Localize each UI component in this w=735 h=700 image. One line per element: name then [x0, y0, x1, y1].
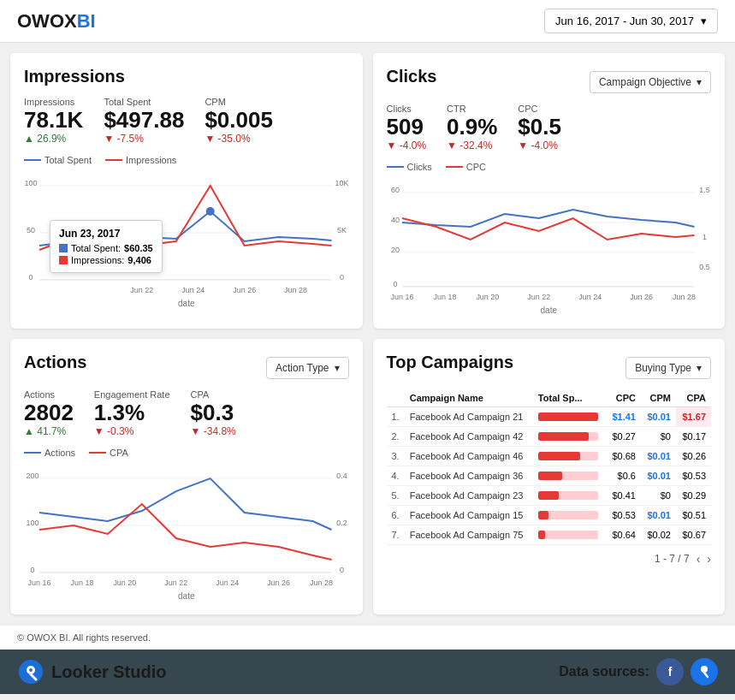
actions-metrics: Actions 2802 41.7% Engagement Rate 1.3% … — [24, 389, 349, 437]
ctr-change: -32.4% — [447, 139, 497, 151]
svg-text:Jun 26: Jun 26 — [630, 293, 653, 301]
col-name: Campaign Name — [405, 389, 533, 407]
actions-title: Actions — [24, 353, 86, 372]
clicks-header: Clicks Campaign Objective ▾ — [387, 67, 712, 97]
table-row: 6. Facebook Ad Campaign 15 $0.53 $0.01 $… — [387, 506, 712, 525]
clicks-legend: Clicks CPC — [387, 162, 712, 172]
legend-actions-line: Actions — [24, 448, 75, 458]
col-rank — [387, 389, 405, 407]
cpa-cell: $0.26 — [676, 447, 711, 466]
metric-total-spent: Total Spent $497.88 -7.5% — [104, 97, 184, 145]
clicks-metrics: Clicks 509 -4.0% CTR 0.9% -32.4% CPC $0.… — [387, 104, 712, 151]
looker-label: Looker Studio — [51, 662, 166, 682]
table-row: 7. Facebook Ad Campaign 75 $0.64 $0.02 $… — [387, 525, 712, 545]
cpa-value: $0.3 — [191, 401, 236, 424]
actions-legend: Actions CPA — [24, 448, 349, 458]
actions-header: Actions Action Type ▾ — [24, 353, 349, 383]
cpc-clicks-label: CPC — [518, 104, 561, 114]
engagement-change: -0.3% — [94, 425, 170, 437]
metric-cpm: CPM $0.005 -35.0% — [204, 97, 273, 145]
looker-logo: Looker Studio — [17, 658, 166, 685]
bar-cell — [533, 486, 606, 506]
svg-point-9 — [206, 207, 215, 216]
cpc-cell: $0.64 — [606, 525, 641, 545]
metric-impressions: Impressions 78.1K 26.9% — [24, 97, 83, 145]
svg-text:Jun 28: Jun 28 — [284, 286, 307, 294]
name-cell: Facebook Ad Campaign 46 — [405, 447, 533, 466]
cpa-cell: $0.53 — [676, 466, 711, 486]
svg-text:0: 0 — [30, 566, 34, 574]
impressions-metrics: Impressions 78.1K 26.9% Total Spent $497… — [24, 97, 349, 145]
actions-date-axis: date — [24, 591, 349, 601]
clicks-date-axis: date — [387, 306, 712, 315]
ctr-label: CTR — [447, 104, 497, 114]
date-range-selector[interactable]: Jun 16, 2017 - Jun 30, 2017 ▾ — [544, 9, 718, 33]
svg-text:100: 100 — [25, 179, 38, 187]
table-row: 2. Facebook Ad Campaign 42 $0.27 $0 $0.1… — [387, 427, 712, 447]
rank-cell: 7. — [387, 525, 405, 545]
cpa-cell: $0.17 — [676, 427, 711, 447]
cpm-cell: $0 — [641, 427, 676, 447]
cpc-cell: $0.6 — [606, 466, 641, 486]
col-cpm: CPM — [641, 389, 676, 407]
table-row: 1. Facebook Ad Campaign 21 $1.41 $0.01 $… — [387, 407, 712, 427]
cpm-cell: $0.02 — [641, 525, 676, 545]
svg-text:10K: 10K — [335, 179, 349, 187]
top-campaigns-title: Top Campaigns — [387, 353, 514, 372]
cpc-cell: $0.41 — [606, 486, 641, 506]
col-cpa: CPA — [676, 389, 711, 407]
action-type-dropdown[interactable]: Action Type ▾ — [266, 357, 348, 379]
cpm-value: $0.005 — [204, 109, 273, 131]
svg-text:Jun 24: Jun 24 — [181, 286, 204, 294]
total-spent-change: -7.5% — [104, 133, 184, 145]
total-spent-label: Total Spent — [104, 97, 184, 107]
bar-cell — [533, 427, 606, 447]
impressions-card: Impressions Impressions 78.1K 26.9% Tota… — [10, 53, 363, 329]
svg-text:Jun 24: Jun 24 — [578, 293, 602, 301]
cpm-change: -35.0% — [204, 133, 273, 145]
chart-tooltip: Jun 23, 2017 Total Spent: $60.35 Impress… — [50, 220, 163, 273]
svg-text:Jun 16: Jun 16 — [28, 578, 51, 587]
logo-owox: OWOX — [17, 10, 77, 33]
actions-label: Actions — [24, 389, 74, 400]
impressions-label: Impressions — [24, 97, 83, 107]
impressions-legend: Total Spent Impressions — [24, 155, 349, 165]
buying-type-dropdown[interactable]: Buying Type ▾ — [625, 357, 711, 379]
bar-cell — [533, 506, 606, 525]
facebook-datasource-icon[interactable]: f — [656, 658, 684, 685]
campaigns-table: Campaign Name Total Sp... CPC CPM CPA 1.… — [387, 389, 712, 545]
svg-text:Jun 16: Jun 16 — [390, 293, 413, 301]
svg-point-50 — [29, 668, 33, 672]
rank-cell: 6. — [387, 506, 405, 525]
svg-text:Jun 22: Jun 22 — [527, 293, 550, 301]
prev-page-button[interactable]: ‹ — [696, 552, 701, 566]
owox-datasource-icon[interactable] — [691, 658, 718, 685]
bar-cell — [533, 407, 606, 427]
campaigns-table-container: Campaign Name Total Sp... CPC CPM CPA 1.… — [387, 389, 712, 545]
name-cell: Facebook Ad Campaign 15 — [405, 506, 533, 525]
tooltip-date: Jun 23, 2017 — [59, 228, 153, 240]
name-cell: Facebook Ad Campaign 21 — [405, 407, 533, 427]
svg-text:0: 0 — [340, 566, 344, 574]
cpm-cell: $0 — [641, 486, 676, 506]
impressions-date-axis: date — [24, 299, 349, 308]
ctr-value: 0.9% — [447, 116, 497, 138]
svg-text:Jun 18: Jun 18 — [70, 578, 93, 587]
svg-text:40: 40 — [390, 216, 399, 224]
cpc-clicks-change: -4.0% — [518, 139, 561, 151]
svg-text:Jun 20: Jun 20 — [113, 578, 136, 587]
clicks-value: 509 — [387, 116, 427, 138]
svg-text:Jun 22: Jun 22 — [130, 286, 153, 294]
engagement-label: Engagement Rate — [94, 389, 170, 400]
name-cell: Facebook Ad Campaign 36 — [405, 466, 533, 486]
svg-text:1: 1 — [702, 233, 707, 241]
cpa-cell: $1.67 — [676, 407, 711, 427]
actions-change: 41.7% — [24, 425, 74, 437]
bar-cell — [533, 447, 606, 466]
footer-bottom: Looker Studio Data sources: f — [0, 650, 735, 694]
next-page-button[interactable]: › — [707, 552, 711, 566]
svg-text:200: 200 — [27, 472, 39, 480]
rank-cell: 3. — [387, 447, 405, 466]
campaign-objective-dropdown[interactable]: Campaign Objective ▾ — [590, 71, 711, 93]
table-pagination: 1 - 7 / 7 ‹ › — [387, 552, 712, 566]
